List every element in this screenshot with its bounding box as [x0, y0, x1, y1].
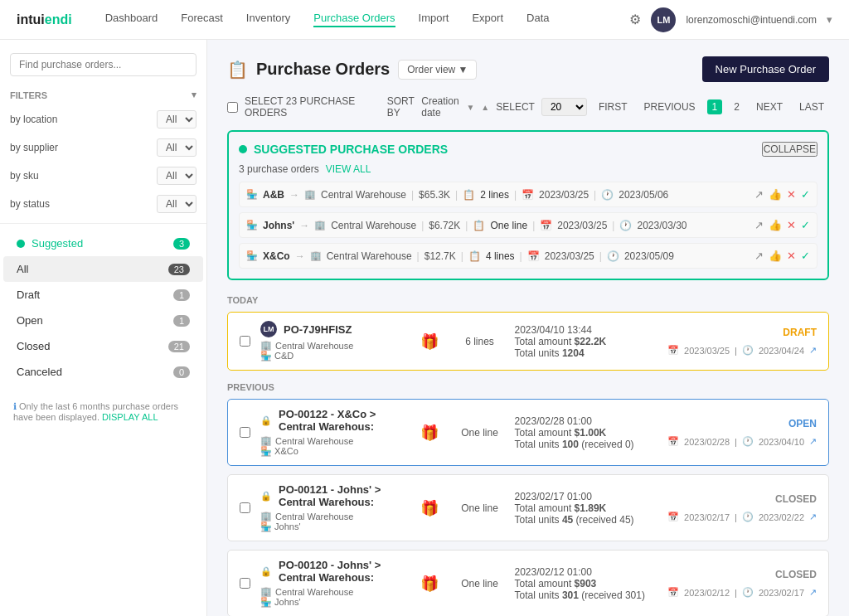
sidebar-item-all-label: All [17, 263, 28, 275]
clock-icon-2: 🕐 [607, 250, 619, 262]
select-label: SELECT [496, 101, 535, 113]
store-icon-1: 🏪 [246, 220, 258, 230]
po-card-00121-info: 🔒 PO-00121 - Johns' > Central Warehous: … [260, 483, 404, 532]
nav-data[interactable]: Data [526, 12, 549, 27]
external-link-00121-icon[interactable]: ↗ [809, 512, 817, 522]
order-view-button[interactable]: Order view ▼ [398, 60, 477, 80]
po-00120-date: 2023/02/12 01:00 [515, 566, 658, 578]
po-00120-amounts: 2023/02/12 01:00 Total amount $903 Total… [515, 566, 658, 601]
sort-desc-icon[interactable]: ▼ [466, 103, 474, 112]
po-card-00122-checkbox[interactable] [240, 427, 250, 438]
suggested-title: SUGGESTED PURCHASE ORDERS [239, 143, 448, 156]
pager-page1[interactable]: 1 [707, 99, 723, 114]
date-created-0: 2023/03/25 [539, 189, 589, 201]
check-icon-1[interactable]: ✓ [801, 219, 810, 231]
lines-1: One line [490, 220, 527, 231]
settings-icon[interactable]: ⚙ [629, 12, 641, 27]
filter-status-label: by status [10, 198, 50, 210]
po-00120-location-name: Central Warehouse [275, 587, 353, 597]
filter-sku-select[interactable]: All [157, 167, 196, 185]
check-icon-2[interactable]: ✓ [801, 250, 810, 262]
clock-icon-0: 🕐 [601, 189, 614, 201]
filter-status-select[interactable]: All [157, 195, 196, 213]
filter-location-select[interactable]: All [157, 110, 196, 129]
cal-icon-draft: 📅 [667, 345, 679, 356]
display-all-link[interactable]: DISPLAY ALL [102, 412, 158, 422]
new-purchase-order-button[interactable]: New Purchase Order [702, 56, 829, 82]
suggested-count: 3 purchase orders [239, 163, 319, 175]
nav-import[interactable]: Import [419, 12, 449, 27]
nav-export[interactable]: Export [472, 12, 503, 27]
collapse-button[interactable]: COLLAPSE [762, 142, 817, 157]
po-00121-location-name: Central Warehouse [275, 512, 353, 521]
date-created-1: 2023/03/25 [557, 220, 607, 231]
pager-next[interactable]: NEXT [751, 99, 788, 114]
page-title-area: 📋 Purchase Orders Order view ▼ [227, 60, 477, 80]
sidebar-item-closed[interactable]: Closed 21 [3, 333, 203, 359]
sidebar-item-suggested[interactable]: Suggested 3 [3, 230, 203, 256]
date-created-2: 2023/03/25 [545, 250, 594, 262]
lines-icon-1: 📋 [473, 220, 485, 231]
po-00121-number[interactable]: PO-00121 - Johns' > Central Warehous: [279, 483, 404, 508]
user-menu-icon[interactable]: ▾ [827, 13, 832, 26]
external-link-draft-icon[interactable]: ↗ [809, 345, 817, 356]
po-card-00120-checkbox[interactable] [240, 578, 250, 589]
pager-first[interactable]: FIRST [594, 99, 633, 114]
filters-label: FILTERS [10, 90, 47, 100]
pager-last[interactable]: LAST [794, 99, 829, 114]
po-00120-location: 🏢 Central Warehouse [260, 586, 404, 597]
sidebar-item-all[interactable]: All 23 [3, 256, 203, 282]
filter-supplier-select[interactable]: All [157, 138, 196, 157]
po-card-draft-checkbox[interactable] [240, 336, 250, 347]
sort-asc-icon[interactable]: ▲ [481, 103, 489, 112]
po-card-00120: 🔒 PO-00120 - Johns' > Central Warehous: … [227, 550, 829, 616]
external-link-00120-icon[interactable]: ↗ [809, 587, 817, 598]
po-draft-created: 2023/03/25 [684, 346, 730, 356]
po-00121-expected: 2023/02/22 [759, 512, 804, 522]
nav-purchase-orders[interactable]: Purchase Orders [313, 12, 395, 27]
nav-dashboard[interactable]: Dashboard [105, 12, 158, 27]
thumbs-up-icon-1[interactable]: 👍 [769, 219, 782, 231]
external-link-00122-icon[interactable]: ↗ [809, 436, 817, 447]
thumbs-up-icon-2[interactable]: 👍 [769, 250, 782, 262]
po-00122-number[interactable]: PO-00122 - X&Co > Central Warehous: [279, 408, 404, 433]
po-draft-lines: 6 lines [455, 336, 505, 347]
nav-forecast[interactable]: Forecast [181, 12, 223, 27]
po-00120-lines-value: One line [455, 578, 505, 589]
po-card-00122-info: 🔒 PO-00122 - X&Co > Central Warehous: 🏢 … [260, 408, 404, 457]
external-link-icon-0[interactable]: ↗ [754, 188, 764, 201]
check-icon-0[interactable]: ✓ [801, 188, 810, 201]
pager-previous[interactable]: PREVIOUS [639, 99, 701, 114]
filter-location: by location All [0, 107, 206, 132]
po-00120-number[interactable]: PO-00120 - Johns' > Central Warehous: [279, 559, 404, 584]
sidebar-item-canceled[interactable]: Canceled 0 [3, 359, 203, 385]
po-draft-number[interactable]: PO-7J9HFISZ [284, 323, 352, 336]
po-00121-total-amount: Total amount $1.89K [515, 502, 658, 514]
po-draft-supplier-row: 🏪 C&D [260, 351, 404, 361]
po-00122-expected: 2023/04/10 [759, 437, 804, 447]
sep-00121: | [735, 512, 737, 522]
sidebar-item-canceled-left: Canceled [17, 366, 62, 378]
toolbar: SELECT 23 PURCHASE ORDERS SORT BY Creati… [227, 95, 829, 119]
delete-icon-0[interactable]: ✕ [787, 188, 796, 201]
search-input[interactable] [10, 53, 196, 76]
delete-icon-2[interactable]: ✕ [787, 250, 796, 262]
pager-page2[interactable]: 2 [729, 99, 745, 114]
filters-toggle-icon[interactable]: ▾ [192, 90, 196, 100]
po-draft-expected: 2023/04/24 [759, 346, 804, 356]
external-link-icon-1[interactable]: ↗ [754, 219, 764, 231]
sidebar-item-draft[interactable]: Draft 1 [3, 282, 203, 308]
thumbs-up-icon-0[interactable]: 👍 [769, 188, 782, 201]
lines-0: 2 lines [480, 189, 509, 201]
delete-icon-1[interactable]: ✕ [787, 219, 796, 231]
sidebar-item-open[interactable]: Open 1 [3, 308, 203, 333]
nav-inventory[interactable]: Inventory [246, 12, 290, 27]
nav-right: ⚙ LM lorenzomoschi@intuendi.com ▾ [629, 7, 832, 32]
view-all-link[interactable]: VIEW ALL [326, 163, 371, 175]
sidebar-info: ℹ Only the last 6 months purchase orders… [0, 391, 206, 432]
po-card-00121-checkbox[interactable] [240, 502, 250, 513]
page-header: 📋 Purchase Orders Order view ▼ New Purch… [227, 56, 829, 82]
select-all-checkbox[interactable] [227, 102, 238, 113]
page-size-select[interactable]: 2050100 [541, 98, 587, 116]
external-link-icon-2[interactable]: ↗ [754, 250, 764, 262]
